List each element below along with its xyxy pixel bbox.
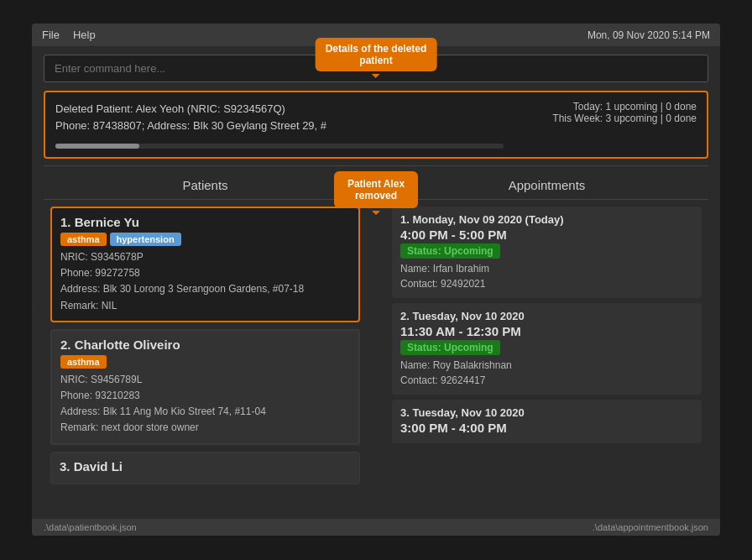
- tag-hypertension-1: hypertension: [110, 233, 181, 246]
- callout-patient-removed: Patient Alexremoved: [334, 171, 418, 208]
- tag-asthma-2: asthma: [60, 355, 107, 369]
- tooltip-deleted-patient: Details of the deletedpatient: [316, 38, 437, 71]
- result-stats: Today: 1 upcoming | 0 done This Week: 3 …: [529, 101, 697, 124]
- patient-phone-1: Phone: 99272758: [60, 265, 350, 281]
- status-left: .\data\patientbook.json: [44, 522, 137, 532]
- patient-remark-1: Remark: NIL: [60, 298, 350, 314]
- apt-contact-1: Contact: 92492021: [400, 276, 693, 291]
- patient-phone-2: Phone: 93210283: [60, 388, 350, 404]
- stats-week: This Week: 3 upcoming | 0 done: [539, 113, 697, 124]
- patient-name-3: 3. David Li: [60, 459, 351, 474]
- status-right: .\data\appointmentbook.json: [593, 522, 708, 532]
- patient-details-2: NRIC: S9456789L Phone: 93210283 Address:…: [60, 372, 350, 437]
- appointments-list[interactable]: 1. Monday, Nov 09 2020 (Today) 4:00 PM -…: [385, 200, 708, 516]
- status-bar: .\data\patientbook.json .\data\appointme…: [32, 519, 720, 536]
- apt-status-2: Status: Upcoming: [400, 340, 500, 355]
- apt-card-2[interactable]: 2. Tuesday, Nov 10 2020 11:30 AM - 12:30…: [392, 303, 702, 395]
- divider: [44, 165, 708, 166]
- apt-date-3: 3. Tuesday, Nov 10 2020: [400, 406, 693, 419]
- apt-details-2: Name: Roy Balakrishnan Contact: 92624417: [400, 358, 693, 388]
- patient-card-3[interactable]: 3. David Li: [50, 452, 360, 484]
- apt-contact-2: Contact: 92624417: [400, 373, 693, 388]
- patients-panel: Patients 1. Bernice Yu asthma hypertensi…: [44, 171, 367, 516]
- apt-name-2: Name: Roy Balakrishnan: [400, 358, 693, 373]
- patient-address-1: Address: Blk 30 Lorong 3 Serangoon Garde…: [60, 281, 350, 297]
- patient-address-2: Address: Blk 11 Ang Mo Kio Street 74, #1…: [60, 404, 350, 420]
- result-text-line1: Deleted Patient: Alex Yeoh (NRIC: S92345…: [55, 101, 529, 118]
- apt-details-1: Name: Irfan Ibrahim Contact: 92492021: [400, 261, 693, 291]
- apt-status-1: Status: Upcoming: [400, 243, 500, 259]
- apt-time-3: 3:00 PM - 4:00 PM: [400, 421, 693, 435]
- patients-title: Patients: [44, 171, 367, 200]
- patient-name-2: 2. Charlotte Oliveiro: [60, 338, 350, 352]
- apt-time-2: 11:30 AM - 12:30 PM: [400, 324, 693, 338]
- app-window: File Help Mon, 09 Nov 2020 5:14 PM Detai…: [32, 24, 720, 536]
- patient-remark-2: Remark: next door store owner: [60, 420, 350, 436]
- result-panel: Deleted Patient: Alex Yeoh (NRIC: S92345…: [44, 91, 708, 159]
- patient-card-1[interactable]: 1. Bernice Yu asthma hypertension NRIC: …: [50, 207, 360, 322]
- stats-today: Today: 1 upcoming | 0 done: [539, 101, 697, 113]
- patients-list[interactable]: 1. Bernice Yu asthma hypertension NRIC: …: [44, 200, 367, 516]
- menu-file[interactable]: File: [42, 29, 60, 41]
- patient-nric-2: NRIC: S9456789L: [60, 372, 350, 388]
- menu-help[interactable]: Help: [73, 29, 96, 41]
- tag-asthma-1: asthma: [60, 233, 107, 246]
- apt-date-1: 1. Monday, Nov 09 2020 (Today): [400, 213, 693, 226]
- datetime: Mon, 09 Nov 2020 5:14 PM: [588, 29, 710, 41]
- menu-items: File Help: [42, 29, 96, 41]
- patient-tags-1: asthma hypertension: [60, 233, 350, 246]
- main-content: Patient Alexremoved Patients 1. Bernice …: [44, 171, 708, 516]
- patient-name-1: 1. Bernice Yu: [60, 215, 350, 229]
- apt-date-2: 2. Tuesday, Nov 10 2020: [400, 310, 693, 322]
- result-text-line2: Phone: 87438807; Address: Blk 30 Geylang…: [55, 118, 529, 134]
- panel-divider: [373, 171, 379, 516]
- patient-card-2[interactable]: 2. Charlotte Oliveiro asthma NRIC: S9456…: [50, 329, 360, 445]
- patient-nric-1: NRIC: S9345678P: [60, 249, 350, 265]
- patient-details-1: NRIC: S9345678P Phone: 99272758 Address:…: [60, 249, 350, 314]
- command-area: Details of the deletedpatient: [32, 46, 720, 91]
- appointments-panel: Appointments 1. Monday, Nov 09 2020 (Tod…: [385, 171, 708, 516]
- apt-time-1: 4:00 PM - 5:00 PM: [400, 228, 693, 242]
- apt-card-1[interactable]: 1. Monday, Nov 09 2020 (Today) 4:00 PM -…: [392, 207, 702, 298]
- apt-card-3[interactable]: 3. Tuesday, Nov 10 2020 3:00 PM - 4:00 P…: [392, 400, 702, 443]
- appointments-title: Appointments: [385, 171, 708, 200]
- patient-tags-2: asthma: [60, 355, 350, 369]
- result-left: Deleted Patient: Alex Yeoh (NRIC: S92345…: [55, 101, 529, 149]
- apt-name-1: Name: Irfan Ibrahim: [400, 261, 693, 276]
